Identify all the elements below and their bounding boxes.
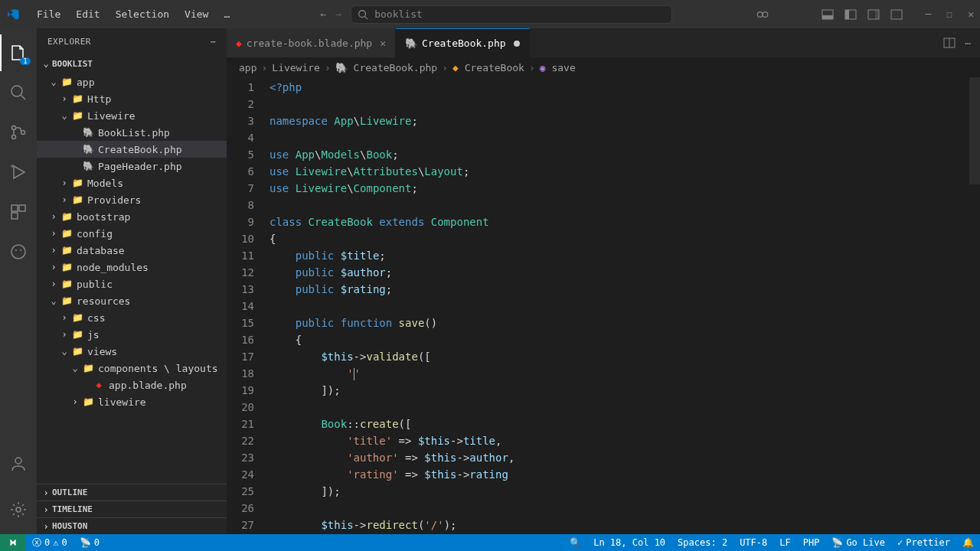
breadcrumb-item[interactable]: Livewire [272,62,320,73]
chevron-right-icon: › [40,521,52,532]
svg-point-11 [11,86,22,96]
layout-customize-icon[interactable] [890,8,903,21]
tree-item-pageheader-php[interactable]: 🐘PageHeader.php [37,158,227,174]
chevron-right-icon: › [69,396,81,407]
svg-point-15 [21,131,25,135]
sidebar-more-icon[interactable]: ⋯ [211,37,216,47]
class-icon: ◆ [452,62,459,73]
activity-settings[interactable] [0,491,37,528]
minimap[interactable] [969,77,980,534]
folder-header[interactable]: ⌄ BOOKLIST [37,55,227,72]
menu-selection[interactable]: Selection [108,5,177,23]
activity-accounts[interactable] [0,445,37,482]
svg-rect-5 [822,15,833,19]
tree-item-node-modules[interactable]: ›📁node_modules [37,259,227,276]
activity-extensions[interactable] [0,194,37,230]
code-line: '' [270,365,980,382]
breadcrumb-item[interactable]: ◉ save [540,62,576,73]
layout-toggle-panel-icon[interactable] [822,8,834,21]
tree-item-js[interactable]: ›📁js [37,326,227,343]
chevron-right-icon: › [58,194,70,205]
status-prettier[interactable]: ✓Prettier [891,537,956,548]
close-icon[interactable]: ✕ [968,8,974,20]
status-zoom[interactable]: 🔍 [564,537,587,548]
section-houston[interactable]: ›HOUSTON [37,517,227,534]
menu-edit[interactable]: Edit [68,5,107,23]
menu-view[interactable]: View [177,5,216,23]
tree-item-createbook-php[interactable]: 🐘CreateBook.php [37,141,227,158]
minimize-icon[interactable]: ─ [926,8,932,20]
status-bell[interactable]: 🔔 [956,537,980,548]
code-line [270,399,980,416]
status-encoding[interactable]: UTF-8 [733,537,773,548]
tree-item-label: BookList.php [98,127,170,139]
tree-item-components---layouts[interactable]: ⌄📁components \ layouts [37,360,227,377]
status-language[interactable]: PHP [797,537,826,548]
activity-source-control[interactable] [0,114,37,151]
maximize-icon[interactable]: ☐ [946,8,952,20]
activity-explorer[interactable]: 1 [0,34,37,71]
svg-rect-10 [891,10,902,19]
breadcrumb-item[interactable]: app [239,62,256,73]
status-ports[interactable]: 📡 0 [74,534,106,551]
section-timeline[interactable]: ›TIMELINE [37,500,227,517]
laravel-icon: ◆ [236,37,242,49]
tree-item-public[interactable]: ›📁public [37,276,227,292]
line-number: 20 [227,399,254,416]
status-golive[interactable]: 📡Go Live [825,537,891,548]
minimap-slider[interactable] [969,77,980,184]
layout-toggle-primary-icon[interactable] [844,8,857,21]
tab-more-icon[interactable]: ⋯ [965,37,971,49]
breadcrumbs[interactable]: app›Livewire›🐘 CreateBook.php›◆ CreateBo… [227,57,980,77]
tree-item-app-blade-php[interactable]: ◆app.blade.php [37,377,227,393]
line-number: 12 [227,264,254,281]
code-line: ]); [270,382,980,399]
code-line: public $author; [270,264,980,281]
status-eol[interactable]: LF [773,537,796,548]
menu-…[interactable]: … [216,5,237,23]
tree-item-http[interactable]: ›📁Http [37,90,227,107]
remote-indicator[interactable] [0,534,26,551]
section-outline[interactable]: ›OUTLINE [37,484,227,500]
activity-debug[interactable] [0,154,37,191]
code-line: use App\Models\Book; [270,146,980,163]
split-editor-icon[interactable] [943,37,956,49]
tree-item-css[interactable]: ›📁css [37,309,227,326]
breadcrumb-item[interactable]: 🐘 CreateBook.php [335,62,437,73]
status-cursor[interactable]: Ln 18, Col 10 [587,537,671,548]
chevron-right-icon: › [58,312,70,323]
command-center[interactable]: booklist [351,5,672,24]
tab-create-book-blade-php[interactable]: ◆create-book.blade.php✕ [227,28,396,57]
tree-item-database[interactable]: ›📁database [37,242,227,259]
layout-toggle-secondary-icon[interactable] [867,8,880,21]
folder-teal-icon: 📁 [70,93,84,104]
status-spaces[interactable]: Spaces: 2 [671,537,733,548]
tree-item-views[interactable]: ⌄📁views [37,343,227,360]
code-editor[interactable]: <?php namespace App\Livewire; use App\Mo… [270,77,980,534]
chevron-right-icon: › [58,93,70,104]
activity-houston[interactable] [0,233,37,270]
tab-createbook-php[interactable]: 🐘CreateBook.php [396,28,530,57]
copilot-icon[interactable] [756,8,769,21]
breadcrumb-separator: › [529,62,535,73]
close-tab-icon[interactable]: ✕ [380,37,386,49]
tree-item-label: app.blade.php [109,380,187,391]
tree-item-label: js [87,329,100,341]
breadcrumb-item[interactable]: ◆ CreateBook [452,62,524,73]
tree-item-providers[interactable]: ›📁Providers [37,191,227,208]
tree-item-bootstrap[interactable]: ›📁bootstrap [37,208,227,225]
activity-search[interactable] [0,74,37,111]
tree-item-livewire[interactable]: ›📁livewire [37,393,227,410]
tree-item-livewire[interactable]: ⌄📁Livewire [37,107,227,124]
nav-back-icon[interactable]: ← [321,8,327,20]
tree-item-resources[interactable]: ⌄📁resources [37,292,227,309]
code-line [270,129,980,146]
nav-forward-icon[interactable]: → [335,8,341,20]
tree-item-app[interactable]: ⌄📁app [37,73,227,90]
tree-item-booklist-php[interactable]: 🐘BookList.php [37,124,227,141]
status-problems[interactable]: ⓧ 0 ⚠ 0 [26,534,74,551]
tree-item-models[interactable]: ›📁Models [37,174,227,191]
code-line [270,298,980,315]
menu-file[interactable]: File [29,5,68,23]
tree-item-config[interactable]: ›📁config [37,225,227,242]
